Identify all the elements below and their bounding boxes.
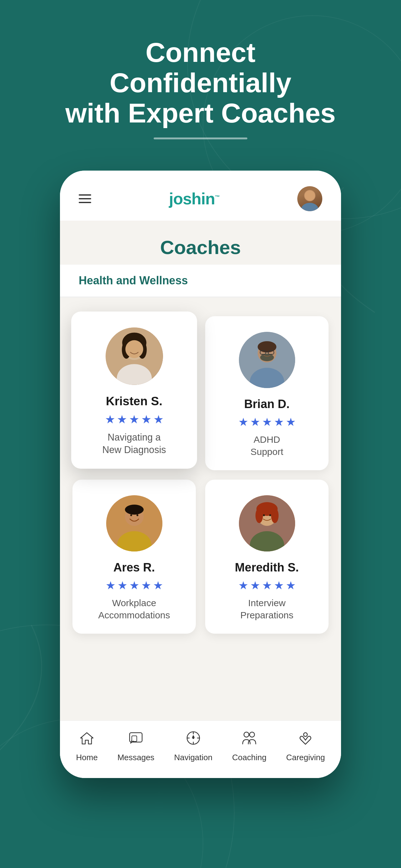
- svg-point-36: [269, 514, 271, 516]
- star-4: ★: [141, 413, 152, 427]
- coach-card-brian[interactable]: Brian D. ★ ★ ★ ★ ★ ADHDSupport: [205, 316, 329, 470]
- coach-photo-brian: [239, 332, 295, 388]
- nav-item-messages[interactable]: Messages: [118, 730, 155, 763]
- coach-card-meredith[interactable]: Meredith S. ★ ★ ★ ★ ★ InterviewPreparati…: [205, 479, 329, 634]
- app-header: joshin™: [60, 170, 341, 221]
- nav-item-coaching[interactable]: Coaching: [232, 730, 266, 763]
- svg-point-27: [130, 514, 132, 516]
- nav-item-navigation[interactable]: Navigation: [174, 730, 212, 763]
- coaching-icon: [241, 730, 257, 750]
- filter-label: Health and Wellness: [79, 274, 188, 287]
- star-1: ★: [106, 579, 115, 592]
- star-4: ★: [141, 579, 151, 592]
- star-3: ★: [262, 415, 272, 429]
- menu-button[interactable]: [79, 194, 91, 203]
- svg-point-26: [125, 505, 144, 515]
- page-container: Connect Confidentially with Expert Coach…: [0, 0, 401, 840]
- coach-stars-kristen: ★ ★ ★ ★ ★: [105, 413, 164, 427]
- coach-specialty-kristen: Navigating aNew Diagnosis: [102, 431, 166, 456]
- coach-specialty-brian: ADHDSupport: [250, 433, 283, 458]
- svg-point-19: [260, 354, 274, 361]
- coach-name-ares: Ares R.: [113, 561, 155, 574]
- caregiving-icon: [298, 730, 313, 750]
- nav-label-home: Home: [76, 753, 98, 763]
- svg-point-14: [125, 340, 143, 358]
- nav-label-navigation: Navigation: [174, 753, 212, 763]
- messages-icon: [128, 730, 144, 750]
- star-5: ★: [153, 579, 163, 592]
- star-5: ★: [153, 413, 164, 427]
- coach-photo-meredith: [239, 495, 295, 552]
- svg-point-34: [271, 508, 278, 523]
- coach-name-brian: Brian D.: [244, 398, 290, 411]
- page-headline: Connect Confidentially with Expert Coach…: [60, 37, 341, 128]
- coach-card-kristen[interactable]: Kristen S. ★ ★ ★ ★ ★ Navigating aNew Dia…: [71, 312, 197, 469]
- nav-label-messages: Messages: [118, 753, 155, 763]
- nav-item-caregiving[interactable]: Caregiving: [286, 730, 325, 763]
- coach-photo-ares: [106, 495, 162, 552]
- star-5: ★: [286, 579, 296, 592]
- star-1: ★: [238, 415, 248, 429]
- coach-card-ares[interactable]: Ares R. ★ ★ ★ ★ ★ WorkplaceAccommodation…: [72, 479, 196, 634]
- star-4: ★: [274, 579, 284, 592]
- navigation-icon: [186, 730, 201, 750]
- phone-mockup: joshin™ Coaches Health and Wellness: [60, 170, 341, 778]
- star-2: ★: [118, 579, 127, 592]
- coach-specialty-ares: WorkplaceAccommodations: [98, 597, 170, 621]
- bottom-nav: Home Messages: [60, 720, 341, 778]
- svg-point-33: [256, 508, 263, 523]
- star-2: ★: [250, 415, 260, 429]
- app-logo: joshin™: [169, 189, 220, 208]
- coach-name-meredith: Meredith S.: [235, 561, 299, 574]
- star-3: ★: [262, 579, 272, 592]
- svg-point-42: [249, 732, 255, 737]
- star-1: ★: [238, 579, 248, 592]
- user-avatar[interactable]: [297, 186, 322, 211]
- coaches-grid: Kristen S. ★ ★ ★ ★ ★ Navigating aNew Dia…: [60, 298, 341, 652]
- svg-rect-38: [132, 736, 137, 741]
- svg-point-28: [136, 514, 138, 516]
- star-2: ★: [117, 413, 127, 427]
- star-3: ★: [129, 413, 139, 427]
- svg-point-43: [304, 733, 307, 737]
- coaches-title: Coaches: [79, 236, 322, 258]
- coach-name-kristen: Kristen S.: [106, 395, 162, 408]
- coach-specialty-meredith: InterviewPreparations: [240, 597, 293, 621]
- coach-stars-brian: ★ ★ ★ ★ ★: [238, 415, 296, 429]
- app-content: Coaches Health and Wellness: [60, 221, 341, 720]
- svg-point-6: [305, 191, 315, 200]
- nav-label-caregiving: Caregiving: [286, 753, 325, 763]
- svg-point-41: [244, 732, 249, 737]
- svg-point-5: [301, 203, 319, 211]
- headline-underline: [154, 137, 247, 140]
- star-2: ★: [250, 579, 260, 592]
- star-4: ★: [274, 415, 284, 429]
- filter-section: Health and Wellness: [60, 265, 341, 298]
- svg-point-35: [263, 514, 265, 516]
- page-title-section: Coaches: [60, 221, 341, 265]
- coach-photo-kristen: [106, 328, 163, 385]
- star-1: ★: [105, 413, 115, 427]
- coach-stars-ares: ★ ★ ★ ★ ★: [106, 579, 163, 592]
- coach-stars-meredith: ★ ★ ★ ★ ★: [238, 579, 296, 592]
- star-5: ★: [286, 415, 296, 429]
- avatar-image: [297, 186, 322, 211]
- star-3: ★: [129, 579, 139, 592]
- nav-item-home[interactable]: Home: [76, 730, 98, 763]
- home-icon: [79, 730, 95, 750]
- nav-label-coaching: Coaching: [232, 753, 266, 763]
